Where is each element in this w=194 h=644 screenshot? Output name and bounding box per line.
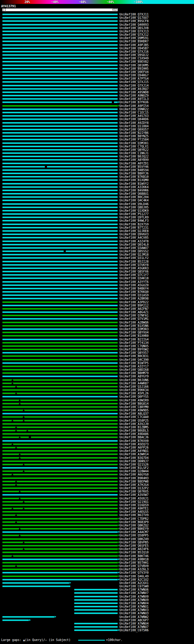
hit-label[interactable]: UniRef100_Q7VBV0 xyxy=(119,565,149,568)
hit-label[interactable]: UniRef100_A8G4Z1 xyxy=(119,311,149,314)
hit-label[interactable]: UniRef100_B1WVY2 xyxy=(119,182,149,185)
hit-label[interactable]: UniRef100_A3Z4T8 xyxy=(119,240,149,243)
hit-label[interactable]: UniRef100_Q945B7 xyxy=(119,47,149,50)
hit-label[interactable]: UniRef100_Q7XJ11 xyxy=(119,13,149,16)
hit-label[interactable]: UniRef100_A7WNU4 xyxy=(119,622,149,625)
hit-label[interactable]: UniRef100_B8YNZ5 xyxy=(119,135,149,138)
hit-label[interactable]: UniRef100_B4WLF3 xyxy=(119,219,149,222)
hit-label[interactable]: UniRef100_Q31LY2 xyxy=(119,257,149,260)
hit-label[interactable]: UniRef100_B5THH1 xyxy=(119,561,149,564)
hit-label[interactable]: UniRef100_A9PJB5 xyxy=(119,44,149,47)
hit-label[interactable]: UniRef100_B9HDR7 xyxy=(119,40,149,43)
hit-label[interactable]: UniRef100_B9KK34 xyxy=(119,389,149,392)
hit-label[interactable]: UniRef100_A7WNV3 xyxy=(119,609,149,612)
hit-label[interactable]: UniRef100_B2IIG4 xyxy=(119,338,149,341)
hit-label[interactable]: UniRef100_Q3M3R3 xyxy=(119,328,149,331)
hit-label[interactable]: UniRef100_B2IYB6 xyxy=(119,131,149,134)
hit-label[interactable]: UniRef100_A9HTE1 xyxy=(119,507,149,510)
hit-label[interactable]: UniRef100_Q8YX57 xyxy=(119,351,149,354)
hit-label[interactable]: UniRef100_A4EGS5 xyxy=(119,510,149,513)
hit-label[interactable]: UniRef100_Q7XJ12 xyxy=(119,33,149,36)
hit-label[interactable]: UniRef100_Q7XJ15 xyxy=(119,81,149,84)
hit-label[interactable]: UniRef100_Q7XJ16 xyxy=(119,50,149,53)
hit-label[interactable]: UniRef100_B8EPW8 xyxy=(119,480,149,483)
hit-label[interactable]: UniRef100_Q6B8U1 xyxy=(119,192,149,195)
hit-label[interactable]: UniRef100_C7CAA0 xyxy=(119,416,149,419)
hit-label[interactable]: UniRef100_Q9EFU4 xyxy=(119,71,149,74)
hit-label[interactable]: UniRef100_A9SND8 xyxy=(119,91,149,94)
hit-label[interactable]: UniRef100_A5GKR3 xyxy=(119,267,149,270)
hit-label[interactable]: UniRef100_A2BWQ6 xyxy=(119,321,149,324)
hit-label[interactable]: UniRef100_B1ZBM5 xyxy=(119,426,149,429)
hit-label[interactable]: UniRef100_Q9LD46 xyxy=(119,203,149,206)
hit-label[interactable]: UniRef100_Q132P2 xyxy=(119,487,149,490)
hit-label[interactable]: UniRef100_A4CV05 xyxy=(119,236,149,239)
hit-label[interactable]: UniRef100_B1XHR0 xyxy=(119,334,149,337)
hit-label[interactable]: UniRef100_Q16DS9 xyxy=(119,504,149,507)
hit-label[interactable]: UniRef100_A9ZDY8 xyxy=(119,121,149,124)
hit-label[interactable]: UniRef100_Q219Q1 xyxy=(119,500,149,503)
hit-label[interactable]: UniRef100_A7WNU3 xyxy=(119,612,149,615)
hit-label[interactable]: UniRef100_Q7V3Y0 xyxy=(119,571,149,574)
hit-label[interactable]: UniRef100_A7WNU7 xyxy=(119,626,149,629)
hit-label[interactable]: UniRef100_A4ACM7 xyxy=(119,531,149,534)
hit-label[interactable]: UniRef100_A8C6P7 xyxy=(119,619,149,622)
hit-label[interactable]: UniRef100_B4VHR6 xyxy=(119,189,149,192)
hit-label[interactable]: UniRef100_Q07RX5 xyxy=(119,490,149,493)
hit-label[interactable]: UniRef100_Q7XJ14 xyxy=(119,84,149,87)
hit-label[interactable]: UniRef100_B3Q7D4 xyxy=(119,456,149,460)
hit-label[interactable]: UniRef100_A3V2J0 xyxy=(119,423,149,426)
hit-label[interactable]: UniRef100_A5EQ73 xyxy=(119,443,149,446)
hit-label[interactable]: UniRef100_A2C1U2 xyxy=(119,578,149,581)
hit-label[interactable]: UniRef100_B1WTP5 xyxy=(119,362,149,365)
hit-label[interactable]: UniRef100_Q11884 xyxy=(119,125,149,128)
hit-label[interactable]: UniRef100_B4B594 xyxy=(119,169,149,172)
hit-label[interactable]: UniRef100_A6GYG0 xyxy=(119,473,149,476)
hit-label[interactable]: UniRef100_C7QLX1 xyxy=(119,145,149,148)
hit-label[interactable]: UniRef100_A3IY17 xyxy=(119,365,149,368)
hit-label[interactable]: UniRef100_B7KVV0 xyxy=(119,440,149,443)
hit-label[interactable]: UniRef100_Q8DI68 xyxy=(119,368,149,371)
hit-label[interactable]: UniRef100_B7KB10 xyxy=(119,175,149,178)
hit-label[interactable]: UniRef100_A9JRQ7 xyxy=(119,88,149,91)
hit-label[interactable]: UniRef100_A7WNV7 xyxy=(119,592,149,595)
hit-label[interactable]: UniRef100_B9YUW2 xyxy=(119,348,149,351)
hit-label[interactable]: UniRef100_Q46L49 xyxy=(119,575,149,578)
hit-label[interactable]: UniRef100_A7PTG4 xyxy=(119,77,149,80)
hit-label[interactable]: UniRef100_A8YGY9 xyxy=(119,375,149,378)
hit-label[interactable]: UniRef100_B0JUN6 xyxy=(119,379,149,382)
hit-label[interactable]: UniRef100_B8ACJ6 xyxy=(119,436,149,439)
hit-label[interactable]: UniRef100_Q8DJ05 xyxy=(119,206,149,209)
hit-label[interactable]: UniRef100_A8YB99 xyxy=(119,158,149,161)
hit-label[interactable]: UniRef100_B8KT46 xyxy=(119,555,149,558)
hit-label[interactable]: UniRef100_Q17UU7 xyxy=(119,16,149,19)
hit-label[interactable]: UniRef100_A0ZFN7 xyxy=(119,307,149,310)
hit-label[interactable]: UniRef100_A4S7X3 xyxy=(119,115,149,118)
hit-label[interactable]: UniRef100_A9TIL3 xyxy=(119,98,149,101)
hit-label[interactable]: UniRef100_Q2JRE8 xyxy=(119,230,149,233)
hit-label[interactable]: UniRef100_A7WNV0 xyxy=(119,595,149,598)
hit-label[interactable]: UniRef100_A9NUZ9 xyxy=(119,94,149,97)
hit-label[interactable]: UniRef100_A3PD22 xyxy=(119,301,149,304)
hit-label[interactable]: UniRef100_Q7XJ13 xyxy=(119,30,149,33)
hit-label[interactable]: UniRef100_C6T5R6 xyxy=(119,629,149,632)
hit-label[interactable]: UniRef100_B9SCF8 xyxy=(119,20,149,23)
hit-label[interactable]: UniRef100_A0YZD1 xyxy=(119,162,149,165)
hit-label[interactable]: UniRef100_Q8VPB5 xyxy=(119,541,149,544)
hit-label[interactable]: UniRef100_A6FP26 xyxy=(119,446,149,449)
hit-label[interactable]: UniRef100_B1X5N6 xyxy=(119,324,149,327)
hit-label[interactable]: UniRef100_Q9V6V3 xyxy=(119,233,149,236)
hit-label[interactable]: UniRef100_P51277 xyxy=(119,213,149,216)
hit-label[interactable]: UniRef100_A3WH14 xyxy=(119,453,149,456)
hit-label[interactable]: UniRef100_Q9NR22 xyxy=(119,108,149,111)
hit-label[interactable]: UniRef100_Q94RG7 xyxy=(119,74,149,77)
hit-label[interactable]: UniRef100_A7WNV4 xyxy=(119,602,149,605)
hit-label[interactable]: UniRef100_B7FKU6 xyxy=(119,101,149,104)
hit-label[interactable]: UniRef100_Q31AS9 xyxy=(119,294,149,297)
hit-label[interactable]: UniRef100_A3Z6L3 xyxy=(119,568,149,571)
hit-label[interactable]: UniRef100_B0UDL5 xyxy=(119,429,149,432)
hit-label[interactable]: UniRef100_A0Z4F6 xyxy=(119,548,149,551)
hit-label[interactable]: UniRef100_B0C204 xyxy=(119,196,149,199)
hit-label[interactable]: UniRef100_Q21S26 xyxy=(119,463,149,466)
hit-label[interactable]: UniRef100_A3IKK4 xyxy=(119,186,149,189)
